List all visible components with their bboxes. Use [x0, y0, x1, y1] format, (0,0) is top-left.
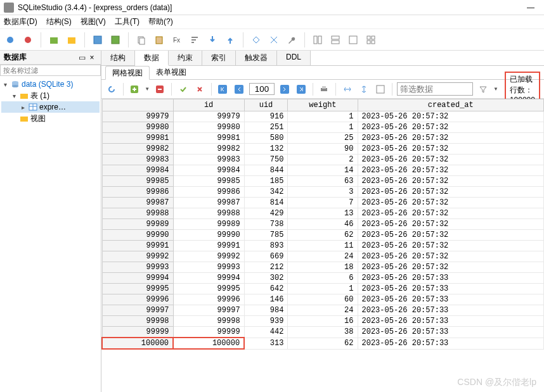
cell-weight[interactable]: 14: [288, 165, 358, 176]
cell-weight[interactable]: 60: [288, 294, 358, 305]
print-icon[interactable]: [318, 83, 330, 96]
menu-structure[interactable]: 结构(S): [46, 16, 72, 27]
cell-weight[interactable]: 38: [288, 327, 358, 338]
cell-weight[interactable]: 3: [288, 187, 358, 198]
add-db-icon[interactable]: [46, 32, 62, 47]
cell-uid[interactable]: 342: [244, 187, 288, 198]
row-number[interactable]: 99992: [102, 251, 173, 262]
cell-uid[interactable]: 984: [244, 305, 288, 316]
cell-id[interactable]: 99980: [173, 122, 244, 133]
cell-weight[interactable]: 62: [288, 338, 358, 349]
cell-id[interactable]: 99990: [173, 230, 244, 241]
fx-icon[interactable]: Fx: [169, 32, 185, 47]
cell-id[interactable]: 99993: [173, 262, 244, 273]
dropdown-icon[interactable]: ▼: [145, 86, 150, 92]
cell-weight[interactable]: 16: [288, 316, 358, 327]
cell-id[interactable]: 100000: [173, 338, 244, 349]
cell-id[interactable]: 99987: [173, 198, 244, 208]
filter-icon[interactable]: [477, 83, 489, 96]
cell-created-at[interactable]: 2023-05-26 20:57:33: [358, 294, 544, 305]
sql-editor-icon[interactable]: [90, 32, 105, 47]
tree-views-node[interactable]: 视图: [1, 113, 100, 124]
cell-uid[interactable]: 132: [244, 144, 288, 155]
cell-created-at[interactable]: 2023-05-26 20:57:33: [358, 305, 544, 316]
cell-created-at[interactable]: 2023-05-26 20:57:32: [358, 208, 544, 219]
table-row[interactable]: 9998599985185632023-05-26 20:57:32: [102, 176, 544, 187]
table-row[interactable]: 999879998781472023-05-26 20:57:32: [102, 198, 544, 208]
table-row[interactable]: 9998199981580252023-05-26 20:57:32: [102, 133, 544, 144]
layout2-icon[interactable]: [328, 32, 343, 47]
table-row[interactable]: 100000100000313622023-05-26 20:57:33: [102, 338, 544, 349]
sql-script-icon[interactable]: [108, 32, 123, 47]
row-number[interactable]: 99990: [102, 230, 173, 241]
row-number[interactable]: 99991: [102, 241, 173, 251]
menu-tools[interactable]: 工具(T): [115, 16, 139, 27]
table-row[interactable]: 9998499984844142023-05-26 20:57:32: [102, 165, 544, 176]
cell-uid[interactable]: 844: [244, 165, 288, 176]
cell-id[interactable]: 99999: [173, 327, 244, 338]
cell-id[interactable]: 99984: [173, 165, 244, 176]
collapse-icon[interactable]: ▾: [10, 92, 18, 99]
row-number[interactable]: 99988: [102, 208, 173, 219]
subtab-grid[interactable]: 网格视图: [105, 66, 150, 80]
table-row[interactable]: 9999099990785622023-05-26 20:57:32: [102, 230, 544, 241]
cell-id[interactable]: 99981: [173, 133, 244, 144]
row-number[interactable]: 99999: [102, 327, 173, 338]
cell-created-at[interactable]: 2023-05-26 20:57:32: [358, 133, 544, 144]
row-number[interactable]: 99986: [102, 187, 173, 198]
table-row[interactable]: 9999799997984242023-05-26 20:57:33: [102, 305, 544, 316]
column-header[interactable]: created_at: [358, 99, 544, 111]
table-row[interactable]: 999799997991612023-05-26 20:57:32: [102, 111, 544, 122]
paste-icon[interactable]: [152, 32, 167, 47]
data-grid[interactable]: iduidweightcreated_at 999799997991612023…: [101, 99, 544, 392]
tab-ddl[interactable]: DDL: [277, 51, 311, 65]
cell-uid[interactable]: 738: [244, 219, 288, 230]
cell-weight[interactable]: 1: [288, 122, 358, 133]
cell-weight[interactable]: 24: [288, 251, 358, 262]
cell-created-at[interactable]: 2023-05-26 20:57:32: [358, 198, 544, 208]
cell-uid[interactable]: 814: [244, 198, 288, 208]
wrench-icon[interactable]: [284, 32, 299, 47]
row-number[interactable]: 99989: [102, 219, 173, 230]
table-row[interactable]: 9999699996146602023-05-26 20:57:33: [102, 294, 544, 305]
cell-uid[interactable]: 939: [244, 316, 288, 327]
cell-created-at[interactable]: 2023-05-26 20:57:32: [358, 241, 544, 251]
cell-created-at[interactable]: 2023-05-26 20:57:32: [358, 230, 544, 241]
filter-input[interactable]: [0, 65, 101, 76]
layout3-icon[interactable]: [346, 32, 361, 47]
cell-id[interactable]: 99986: [173, 187, 244, 198]
cell-weight[interactable]: 18: [288, 262, 358, 273]
close-panel-icon[interactable]: ×: [87, 53, 97, 62]
table-row[interactable]: 9999999999442382023-05-26 20:57:33: [102, 327, 544, 338]
cell-uid[interactable]: 669: [244, 251, 288, 262]
subtab-form[interactable]: 表单视图: [150, 66, 193, 79]
tab-constraints[interactable]: 约束: [169, 51, 202, 65]
copy-icon[interactable]: [134, 32, 149, 47]
cell-id[interactable]: 99982: [173, 144, 244, 155]
cell-uid[interactable]: 642: [244, 284, 288, 294]
cell-weight[interactable]: 24: [288, 305, 358, 316]
cell-weight[interactable]: 62: [288, 230, 358, 241]
row-number[interactable]: 99993: [102, 262, 173, 273]
cell-created-at[interactable]: 2023-05-26 20:57:33: [358, 316, 544, 327]
row-number[interactable]: 99985: [102, 176, 173, 187]
tree-db-node[interactable]: ▾ data (SQLite 3): [1, 79, 100, 90]
cell-id[interactable]: 99985: [173, 176, 244, 187]
cell-created-at[interactable]: 2023-05-26 20:57:33: [358, 284, 544, 294]
cell-id[interactable]: 99994: [173, 273, 244, 284]
cell-weight[interactable]: 46: [288, 219, 358, 230]
fit-width-icon[interactable]: [341, 83, 354, 96]
expand-icon[interactable]: [249, 32, 264, 47]
expand-icon[interactable]: ▸: [19, 104, 27, 111]
cell-id[interactable]: 99998: [173, 316, 244, 327]
row-number[interactable]: 99998: [102, 316, 173, 327]
cell-uid[interactable]: 442: [244, 327, 288, 338]
prev-page-icon[interactable]: [233, 83, 245, 96]
cell-id[interactable]: 99989: [173, 219, 244, 230]
menu-view[interactable]: 视图(V): [81, 16, 106, 27]
cell-created-at[interactable]: 2023-05-26 20:57:32: [358, 219, 544, 230]
tab-indexes[interactable]: 索引: [202, 51, 236, 65]
tab-data[interactable]: 数据: [135, 51, 169, 66]
cell-weight[interactable]: 6: [288, 273, 358, 284]
disconnect-icon[interactable]: [20, 32, 36, 47]
